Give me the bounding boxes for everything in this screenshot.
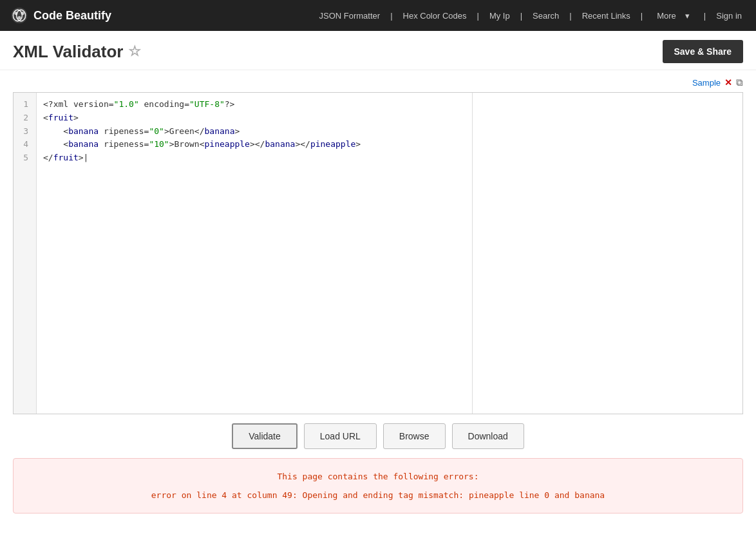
line-num-3: 3: [17, 125, 32, 139]
code-line-2: <fruit>: [43, 111, 466, 125]
sample-link[interactable]: Sample: [692, 78, 721, 88]
nav-recent-links[interactable]: Recent Links: [578, 11, 634, 21]
svg-point-5: [17, 16, 21, 19]
header: Code Beautify JSON Formatter | Hex Color…: [0, 0, 756, 31]
code-area[interactable]: <?xml version="1.0" encoding="UTF-8"?> <…: [37, 93, 472, 414]
nav-hex-color[interactable]: Hex Color Codes: [399, 11, 471, 21]
nav-more[interactable]: More ▾: [649, 11, 697, 21]
star-icon[interactable]: ☆: [128, 43, 141, 60]
logo-icon: [10, 6, 28, 24]
main-content: Sample ✕ ⧉ 1 2 3 4 5 <?xml version="1.0"…: [0, 70, 756, 526]
line-num-4: 4: [17, 138, 32, 151]
page-title-text: XML Validator: [13, 42, 123, 62]
nav-sep-1: |: [386, 11, 396, 21]
chevron-down-icon: ▾: [681, 11, 694, 21]
browse-button[interactable]: Browse: [383, 423, 446, 449]
title-bar: XML Validator ☆ Save & Share: [0, 31, 756, 70]
line-numbers: 1 2 3 4 5: [14, 93, 37, 414]
code-line-5: </fruit>|: [43, 151, 466, 165]
logo-text[interactable]: Code Beautify: [33, 9, 111, 23]
nav-search[interactable]: Search: [529, 11, 563, 21]
nav-sep-5: |: [637, 11, 647, 21]
save-share-button[interactable]: Save & Share: [663, 40, 744, 63]
nav-sep-6: |: [700, 11, 710, 21]
nav-more-label: More: [653, 11, 680, 21]
error-panel: This page contains the following errors:…: [13, 458, 743, 513]
code-line-4: <banana ripeness="10">Brown<pineapple></…: [43, 138, 466, 151]
clear-button[interactable]: ✕: [724, 78, 732, 87]
validate-button[interactable]: Validate: [232, 423, 298, 449]
svg-point-3: [14, 12, 17, 15]
editor-container: 1 2 3 4 5 <?xml version="1.0" encoding="…: [13, 92, 743, 414]
logo-area: Code Beautify: [10, 6, 111, 24]
error-message: error on line 4 at column 49: Opening an…: [26, 490, 730, 500]
page-title: XML Validator ☆: [13, 42, 141, 62]
svg-point-4: [21, 12, 24, 15]
nav-sep-4: |: [565, 11, 575, 21]
nav-signin[interactable]: Sign in: [712, 11, 746, 21]
nav-my-ip[interactable]: My Ip: [486, 11, 514, 21]
nav-sep-2: |: [473, 11, 483, 21]
nav-json-formatter[interactable]: JSON Formatter: [316, 11, 384, 21]
nav: JSON Formatter | Hex Color Codes | My Ip…: [316, 11, 746, 21]
download-button[interactable]: Download: [452, 423, 524, 449]
sample-row: Sample ✕ ⧉: [13, 77, 743, 88]
nav-sep-3: |: [516, 11, 526, 21]
code-line-1: <?xml version="1.0" encoding="UTF-8"?>: [43, 98, 466, 111]
right-panel: [472, 93, 742, 414]
copy-icon[interactable]: ⧉: [736, 77, 743, 88]
error-title: This page contains the following errors:: [26, 472, 730, 481]
code-line-3: <banana ripeness="0">Green</banana>: [43, 125, 466, 139]
line-num-2: 2: [17, 111, 32, 125]
buttons-row: Validate Load URL Browse Download: [13, 423, 743, 449]
load-url-button[interactable]: Load URL: [304, 423, 377, 449]
line-num-5: 5: [17, 151, 32, 165]
line-num-1: 1: [17, 98, 32, 111]
